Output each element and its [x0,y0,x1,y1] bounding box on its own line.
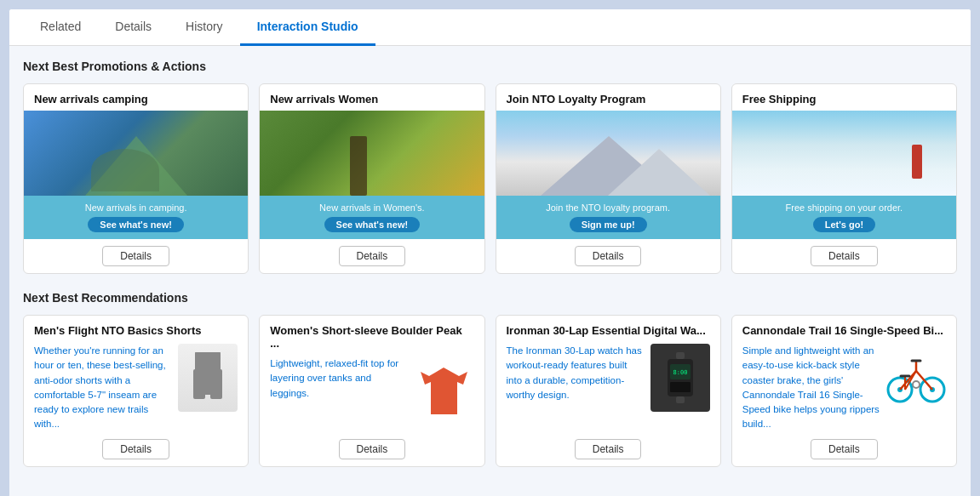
rec-card-shorts-footer: Details [34,432,238,466]
rec-card-bike-body: Simple and lightweight with an easy-to-u… [742,344,946,432]
recommendations-title: Next Best Recommendations [23,291,957,305]
promo-card-camping-image [24,111,248,196]
svg-point-22 [913,381,920,388]
tab-history[interactable]: History [169,9,240,46]
rec-card-shorts-body: Whether you're running for an hour or te… [34,344,238,432]
promo-card-shipping-banner-text: Free shipping on your order. [741,202,948,213]
promo-card-women-footer: Details [260,239,484,273]
promo-card-loyalty-banner-text: Join the NTO loyalty program. [505,202,712,213]
svg-marker-4 [421,368,467,414]
rec-card-tshirt-body: Lightweight, relaxed-fit top for layerin… [270,356,473,432]
promo-card-women-details-button[interactable]: Details [339,246,406,266]
rec-card-shorts-title: Men's Flight NTO Basics Shorts [34,324,238,337]
rec-card-tshirt-details-button[interactable]: Details [339,439,406,459]
rec-card-watch-footer: Details [507,432,710,466]
recommendations-section: Next Best Recommendations Men's Flight N… [23,291,957,467]
promotions-cards-row: New arrivals camping New arrivals in cam… [23,83,957,274]
promo-card-shipping-footer: Details [732,239,956,273]
svg-rect-6 [676,396,685,403]
main-container: Related Details History Interaction Stud… [9,9,971,496]
rec-card-watch-image: 8:00 [650,344,710,412]
promo-card-camping-banner-text: New arrivals in camping. [32,202,239,213]
promo-card-loyalty-banner: Join the NTO loyalty program. Sign me up… [496,196,720,239]
rec-card-watch-title: Ironman 30-Lap Essential Digital Wa... [507,324,710,337]
promo-card-camping-button[interactable]: See what's new! [88,217,184,232]
svg-rect-5 [676,352,685,359]
tab-bar: Related Details History Interaction Stud… [9,9,971,46]
promo-card-loyalty-image [496,111,720,196]
promo-card-camping-footer: Details [24,239,248,273]
svg-text:8:00: 8:00 [673,369,687,376]
rec-card-shorts-desc: Whether you're running for an hour or te… [34,344,171,432]
svg-rect-10 [670,382,691,392]
promo-card-loyalty-footer: Details [496,239,720,273]
promo-card-camping-details-button[interactable]: Details [102,246,169,266]
rec-card-watch-desc: The Ironman 30-Lap watch has workout-rea… [507,344,644,432]
rec-card-bike-details-button[interactable]: Details [811,439,878,459]
promo-card-shipping-button[interactable]: Let's go! [813,217,875,232]
promotions-section: Next Best Promotions & Actions New arriv… [23,60,957,274]
rec-card-bike-desc: Simple and lightweight with an easy-to-u… [742,344,880,432]
recommendations-cards-row: Men's Flight NTO Basics Shorts Whether y… [23,315,957,467]
promo-card-camping-title: New arrivals camping [24,84,248,111]
promo-card-women-image [260,111,484,196]
promo-card-loyalty-button[interactable]: Sign me up! [570,217,647,232]
promotions-title: Next Best Promotions & Actions [23,60,957,73]
promo-card-women: New arrivals Women New arrivals in Women… [259,83,484,274]
rec-card-watch-body: The Ironman 30-Lap watch has workout-rea… [507,344,710,432]
content-area: Next Best Promotions & Actions New arriv… [9,46,971,496]
rec-card-bike-title: Cannondale Trail 16 Single-Speed Bi... [742,324,946,337]
promo-card-shipping-title: Free Shipping [732,84,956,111]
promo-card-shipping-banner: Free shipping on your order. Let's go! [732,196,956,239]
rec-card-watch: Ironman 30-Lap Essential Digital Wa... T… [496,315,721,467]
promo-card-shipping-image [732,111,956,196]
rec-card-tshirt-desc: Lightweight, relaxed-fit top for layerin… [270,356,407,432]
rec-card-bike-footer: Details [742,432,946,466]
promo-card-loyalty: Join NTO Loyalty Program Join the NTO lo… [496,83,721,274]
rec-card-shorts-details-button[interactable]: Details [102,439,169,459]
rec-card-shorts: Men's Flight NTO Basics Shorts Whether y… [23,315,249,467]
rec-card-tshirt: Women's Short-sleeve Boulder Peak ... Li… [259,315,484,467]
promo-card-camping: New arrivals camping New arrivals in cam… [23,83,249,274]
rec-card-watch-details-button[interactable]: Details [575,439,642,459]
rec-card-tshirt-title: Women's Short-sleeve Boulder Peak ... [270,324,473,350]
svg-rect-3 [195,352,221,356]
rec-card-tshirt-image [415,356,474,425]
tab-interaction-studio[interactable]: Interaction Studio [240,9,375,46]
promo-card-shipping: Free Shipping Free shipping on your orde… [731,83,957,274]
promo-card-shipping-details-button[interactable]: Details [811,246,878,266]
tab-details[interactable]: Details [98,9,169,46]
promo-card-women-button[interactable]: See what's new! [324,217,421,232]
promo-card-camping-banner: New arrivals in camping. See what's new! [24,196,248,239]
rec-card-bike-image [886,344,946,412]
promo-card-women-banner: New arrivals in Women's. See what's new! [260,196,484,239]
rec-card-bike: Cannondale Trail 16 Single-Speed Bi... S… [731,315,957,467]
svg-rect-0 [195,352,221,369]
promo-card-women-title: New arrivals Women [260,84,484,111]
svg-rect-1 [193,369,205,399]
tab-related[interactable]: Related [23,9,98,46]
promo-card-loyalty-details-button[interactable]: Details [575,246,642,266]
svg-rect-2 [210,369,222,399]
rec-card-tshirt-footer: Details [270,432,473,466]
rec-card-shorts-image [178,344,238,412]
promo-card-women-banner-text: New arrivals in Women's. [268,202,475,213]
promo-card-loyalty-title: Join NTO Loyalty Program [496,84,720,111]
